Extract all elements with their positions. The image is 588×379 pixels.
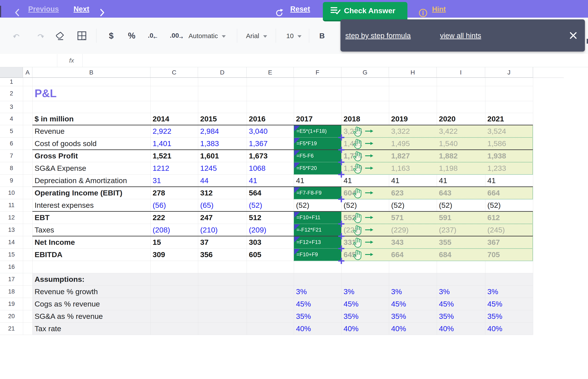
cell-D5[interactable]: 2,984 — [200, 125, 219, 137]
fill-handle[interactable] — [338, 233, 345, 239]
cell-I7[interactable]: 1,882 — [439, 150, 458, 162]
cell-B4-label[interactable]: $ in million — [35, 113, 74, 125]
row-header-18[interactable]: 18 — [0, 285, 23, 298]
cell-E5[interactable]: 3,040 — [249, 125, 268, 137]
cell-D7[interactable]: 1,601 — [200, 150, 219, 162]
previous-button[interactable]: Previous — [28, 0, 59, 18]
cell-D14[interactable]: 37 — [200, 236, 209, 248]
row-header-11[interactable]: 11 — [0, 199, 23, 211]
cell-J10[interactable]: 664 — [487, 187, 500, 199]
row-header-14[interactable]: 14 — [0, 236, 23, 248]
cell-D6[interactable]: 1,383 — [200, 137, 219, 150]
next-button[interactable]: Next — [74, 0, 90, 18]
cell-I11[interactable]: (52) — [439, 199, 452, 211]
cell-G21[interactable]: 40% — [344, 322, 359, 335]
step-by-step-formula-link[interactable]: step by step formula — [345, 19, 411, 52]
row-header-15[interactable]: 15 — [0, 248, 23, 261]
cell-I20[interactable]: 35% — [439, 310, 454, 322]
cell-I18[interactable]: 3% — [439, 285, 450, 298]
cell-F6[interactable]: =F5*F19 — [296, 137, 317, 150]
cell-B13-label[interactable]: Taxes — [35, 224, 54, 236]
cell-I12[interactable]: 591 — [439, 211, 452, 224]
cell-J12[interactable]: 612 — [487, 211, 500, 224]
fill-handle[interactable] — [338, 172, 345, 178]
cell-F21[interactable]: 40% — [296, 322, 311, 335]
row-header-3[interactable]: 3 — [0, 101, 23, 113]
cell-B9-label[interactable]: Depreciation & Amortization — [35, 174, 127, 187]
cell-D9[interactable]: 44 — [200, 174, 209, 187]
currency-format-icon[interactable]: $ — [106, 18, 117, 54]
cell-H5[interactable]: 3,322 — [391, 125, 410, 137]
column-header-B[interactable]: B — [32, 67, 151, 78]
cell-H8[interactable]: 1,163 — [391, 162, 410, 174]
formula-input[interactable] — [83, 54, 588, 67]
check-answer-button[interactable]: Check Answer — [323, 2, 407, 21]
cell-G20[interactable]: 35% — [344, 310, 359, 322]
row-header-1[interactable]: 1 — [0, 78, 23, 86]
cell-J8[interactable]: 1,233 — [487, 162, 506, 174]
bold-button[interactable]: B — [319, 18, 325, 54]
cell-F14[interactable]: =F12+F13 — [296, 236, 321, 248]
cell-H11[interactable]: (52) — [391, 199, 404, 211]
cell-E4[interactable]: 2016 — [249, 113, 266, 125]
percent-format-icon[interactable]: % — [125, 18, 138, 54]
column-header-C[interactable]: C — [151, 67, 198, 78]
cell-D15[interactable]: 356 — [200, 248, 213, 261]
cell-G19[interactable]: 45% — [344, 298, 359, 310]
column-header-J[interactable]: J — [485, 67, 533, 78]
font-size-dropdown[interactable]: 10 — [286, 18, 302, 54]
cell-J14[interactable]: 367 — [487, 236, 500, 248]
row-header-21[interactable]: 21 — [0, 322, 23, 335]
cell-E6[interactable]: 1,367 — [249, 137, 268, 150]
cell-H4[interactable]: 2019 — [391, 113, 408, 125]
column-header-H[interactable]: H — [389, 67, 437, 78]
row-header-17[interactable]: 17 — [0, 273, 23, 285]
borders-icon[interactable] — [76, 18, 87, 54]
number-format-dropdown[interactable]: Automatic — [189, 18, 226, 54]
cell-C9[interactable]: 31 — [153, 174, 161, 187]
undo-icon[interactable] — [12, 18, 22, 54]
fill-handle[interactable] — [338, 245, 345, 252]
cell-C5[interactable]: 2,922 — [153, 125, 171, 137]
cell-I8[interactable]: 1,198 — [439, 162, 458, 174]
cell-H9[interactable]: 41 — [391, 174, 399, 187]
cell-G4[interactable]: 2018 — [344, 113, 360, 125]
chevron-left-icon[interactable] — [14, 9, 20, 16]
cell-E12[interactable]: 512 — [249, 211, 261, 224]
cell-F12[interactable]: =F10+F11 — [296, 211, 320, 224]
cell-B17-label[interactable]: Assumptions: — [35, 273, 85, 285]
cell-I13[interactable]: (237) — [439, 224, 456, 236]
cell-B12-label[interactable]: EBT — [35, 211, 49, 224]
cell-B18-label[interactable]: Revenue % growth — [35, 285, 98, 298]
cell-E14[interactable]: 303 — [249, 236, 261, 248]
cell-I5[interactable]: 3,422 — [439, 125, 458, 137]
cell-J7[interactable]: 1,938 — [487, 150, 506, 162]
row-header-20[interactable]: 20 — [0, 310, 23, 322]
cell-C13[interactable]: (208) — [153, 224, 170, 236]
cell-C15[interactable]: 309 — [153, 248, 165, 261]
cell-E10[interactable]: 564 — [249, 187, 261, 199]
cell-F5[interactable]: =E5*(1+F18) — [296, 125, 327, 137]
fill-handle[interactable] — [338, 258, 345, 264]
cell-D13[interactable]: (210) — [200, 224, 218, 236]
cell-E15[interactable]: 605 — [249, 248, 261, 261]
cell-E7[interactable]: 1,673 — [249, 150, 268, 162]
cell-B5-label[interactable]: Revenue — [35, 125, 64, 137]
cell-C8[interactable]: 1212 — [153, 162, 169, 174]
cell-C11[interactable]: (56) — [153, 199, 166, 211]
row-header-9[interactable]: 9 — [0, 174, 23, 187]
cell-H18[interactable]: 3% — [391, 285, 402, 298]
cell-E13[interactable]: (209) — [249, 224, 266, 236]
cell-G18[interactable]: 3% — [344, 285, 354, 298]
clear-format-eraser-icon[interactable] — [55, 18, 65, 54]
reset-button[interactable]: Reset — [290, 0, 310, 18]
cell-I10[interactable]: 643 — [439, 187, 452, 199]
cell-B20-label[interactable]: SG&A as % revenue — [35, 310, 103, 322]
cell-H10[interactable]: 623 — [391, 187, 404, 199]
column-header-E[interactable]: E — [247, 67, 294, 78]
row-header-19[interactable]: 19 — [0, 298, 23, 310]
cell-J4[interactable]: 2021 — [487, 113, 504, 125]
cell-G9[interactable]: 41 — [344, 174, 352, 187]
column-header-F[interactable]: F — [294, 67, 341, 78]
cell-D12[interactable]: 247 — [200, 211, 213, 224]
